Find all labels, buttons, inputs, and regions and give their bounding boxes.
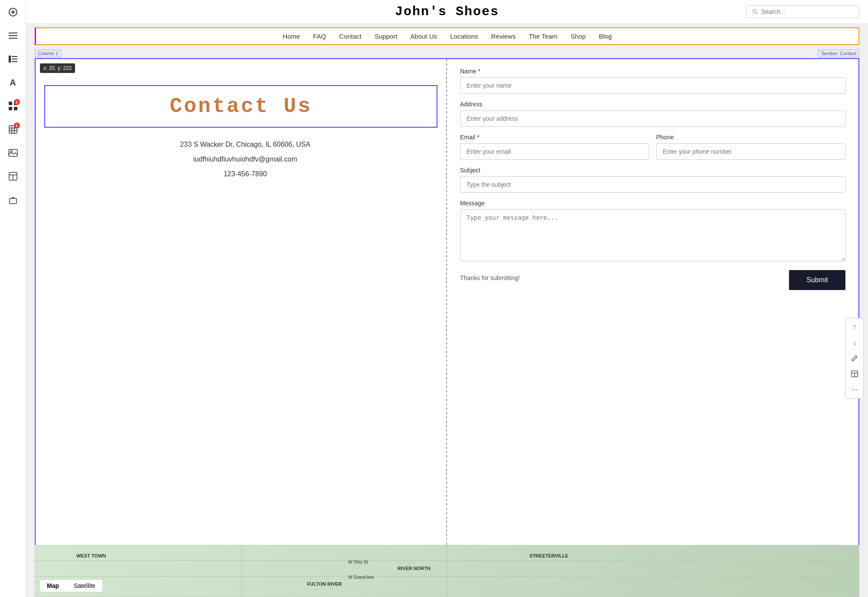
svg-rect-8 — [9, 58, 10, 60]
image-icon[interactable] — [5, 145, 21, 161]
search-input[interactable] — [761, 8, 854, 15]
svg-rect-12 — [9, 102, 12, 105]
phone-group: Phone — [656, 134, 845, 160]
contact-phone: 123-456-7890 — [53, 170, 437, 178]
menu-icon[interactable] — [5, 28, 21, 43]
submit-button[interactable]: Submit — [789, 270, 845, 290]
sidebar: A 1 1 — [0, 0, 26, 597]
address-input[interactable] — [460, 110, 845, 127]
grid-icon[interactable]: 1 — [5, 122, 21, 137]
site-title: John's Shoes — [395, 4, 499, 19]
nav-item-team[interactable]: The Team — [529, 33, 557, 40]
coord-tooltip: x: 20, y: 222 — [40, 63, 75, 73]
message-label: Message — [460, 200, 845, 207]
address-group: Address — [460, 101, 845, 127]
section-label: Section: Contact — [818, 49, 859, 57]
nav-container: Home FAQ Contact Support About Us Locati… — [35, 27, 859, 45]
map-label-fulton-river: FULTON RIVER — [307, 581, 342, 587]
contact-title: Contact Us — [54, 95, 428, 118]
map-tab-satellite[interactable]: Satellite — [67, 580, 102, 592]
nav-item-contact[interactable]: Contact — [339, 33, 362, 40]
nav-item-blog[interactable]: Blog — [599, 33, 612, 40]
message-group: Message — [460, 200, 845, 263]
scroll-up-button[interactable]: ↑ — [848, 321, 861, 333]
subject-group: Subject — [460, 167, 845, 193]
header: John's Shoes — [26, 0, 868, 24]
more-button[interactable]: ⋯ — [848, 383, 861, 396]
apps-badge: 1 — [14, 99, 20, 105]
layout-button[interactable] — [848, 368, 861, 380]
svg-point-27 — [753, 10, 756, 13]
list-icon[interactable] — [5, 51, 21, 67]
nav-bar: Home FAQ Contact Support About Us Locati… — [36, 28, 858, 44]
search-icon — [752, 9, 758, 15]
map-label-grand-ave: W Grand Ave — [348, 575, 374, 580]
name-label: Name * — [460, 68, 845, 75]
subject-input[interactable] — [460, 176, 845, 193]
add-icon[interactable] — [5, 4, 21, 20]
email-group: Email * — [460, 134, 649, 160]
scroll-down-button[interactable]: ↓ — [848, 336, 861, 349]
float-controls: ↑ ↓ ⋯ — [845, 318, 864, 399]
map-label-river-north: RIVER NORTH — [398, 566, 431, 571]
right-panel: Name * Address Email * Phone Subject — [447, 59, 858, 545]
nav-item-locations[interactable]: Locations — [450, 33, 478, 40]
table-icon[interactable] — [5, 168, 21, 184]
name-group: Name * — [460, 68, 845, 94]
nav-item-home[interactable]: Home — [283, 33, 300, 40]
svg-rect-21 — [9, 149, 17, 156]
map-label-west-town: WEST TOWN — [76, 553, 106, 558]
left-panel: x: 20, y: 222 Contact Us 233 S Wacker Dr… — [36, 59, 447, 545]
contact-title-box: Contact Us — [44, 85, 437, 128]
column-label: Column 1 — [35, 49, 61, 57]
map-tab-map[interactable]: Map — [40, 580, 66, 592]
address-label: Address — [460, 101, 845, 108]
nav-item-reviews[interactable]: Reviews — [491, 33, 516, 40]
section-labels: Column 1 Section: Contact — [26, 49, 868, 58]
nav-item-shop[interactable]: Shop — [571, 33, 586, 40]
nav-item-faq[interactable]: FAQ — [313, 33, 326, 40]
map-area: WEST TOWN RIVER NORTH STREETERVILLE FULT… — [35, 545, 859, 597]
svg-rect-6 — [9, 56, 10, 57]
nav-item-support[interactable]: Support — [375, 33, 398, 40]
phone-input[interactable] — [656, 143, 845, 160]
map-label-ohio-st: W Ohio St — [348, 560, 368, 564]
bag-icon[interactable] — [5, 192, 21, 208]
svg-line-28 — [756, 13, 757, 14]
subject-label: Subject — [460, 167, 845, 174]
phone-label: Phone — [656, 134, 845, 141]
page-wrapper: John's Shoes Home FAQ Contact Support Ab… — [26, 0, 868, 597]
email-phone-row: Email * Phone — [460, 134, 845, 167]
edit-button[interactable] — [848, 352, 861, 364]
contact-address: 233 S Wacker Dr, Chicago, IL 60606, USA — [53, 141, 437, 148]
contact-info: 233 S Wacker Dr, Chicago, IL 60606, USA … — [44, 141, 437, 178]
map-label-streeterville: STREETERVILLE — [529, 553, 569, 558]
email-input[interactable] — [460, 143, 649, 160]
svg-rect-26 — [10, 198, 16, 204]
grid-badge: 1 — [14, 122, 20, 129]
email-label: Email * — [460, 134, 649, 141]
text-icon[interactable]: A — [5, 75, 21, 90]
content-area: x: 20, y: 222 Contact Us 233 S Wacker Dr… — [35, 58, 859, 545]
name-input[interactable] — [460, 77, 845, 94]
message-textarea[interactable] — [460, 209, 845, 261]
apps-icon[interactable]: 1 — [5, 98, 21, 114]
map-tabs: Map Satellite — [39, 579, 103, 592]
contact-email: iudfhiuhdfiuvhuiohdfv@gmail.com — [53, 155, 437, 163]
svg-rect-15 — [14, 107, 17, 110]
search-bar[interactable] — [746, 5, 859, 18]
svg-rect-10 — [9, 61, 10, 63]
nav-item-about[interactable]: About Us — [411, 33, 437, 40]
svg-rect-14 — [9, 107, 12, 110]
thanks-text: Thanks for submitting! — [460, 274, 520, 281]
